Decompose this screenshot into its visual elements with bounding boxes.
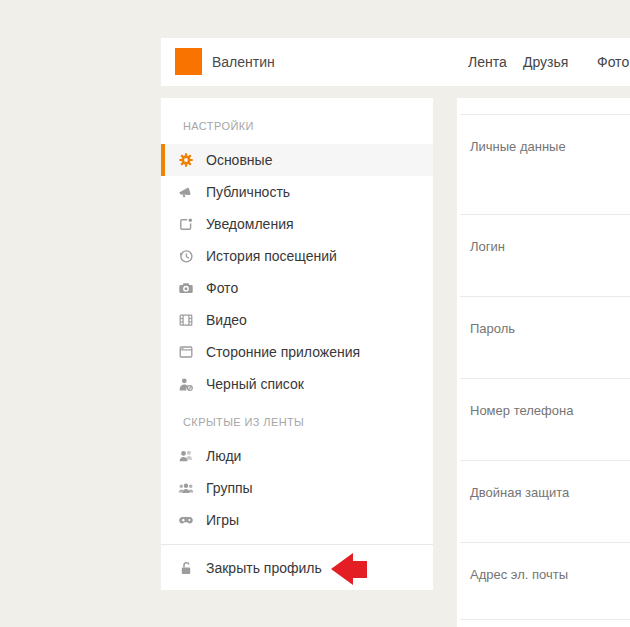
settings-row-phone-number[interactable]: Номер телефона [457, 379, 630, 460]
sidebar-item-label: Группы [206, 480, 253, 496]
sidebar-item-label: Видео [206, 312, 247, 328]
camera-icon [178, 280, 194, 296]
settings-sidebar: НАСТРОЙКИ Основные [161, 98, 433, 590]
sidebar-item-notifications[interactable]: Уведомления [161, 208, 433, 240]
nav-photos[interactable]: Фото [597, 38, 629, 86]
settings-list-panel: Личные данные Логин Пароль Номер телефон… [457, 98, 630, 627]
settings-row-label: Номер телефона [457, 379, 630, 418]
settings-row-two-factor[interactable]: Двойная защита [457, 461, 630, 542]
sidebar-item-label: Фото [206, 280, 238, 296]
settings-row-label: Адрес эл. почты [457, 543, 630, 582]
user-name[interactable]: Валентин [212, 38, 275, 86]
sidebar-item-video[interactable]: Видео [161, 304, 433, 336]
groups-icon [178, 480, 194, 496]
settings-row-label: Пароль [457, 297, 630, 336]
settings-row-label: Логин [457, 215, 630, 254]
sidebar-item-label: Публичность [206, 184, 290, 200]
sidebar-item-groups[interactable]: Группы [161, 472, 433, 504]
sidebar-item-people[interactable]: Люди [161, 440, 433, 472]
gear-icon [178, 152, 194, 168]
nav-feed[interactable]: Лента [468, 38, 507, 86]
section-title-settings: НАСТРОЙКИ [161, 114, 433, 138]
sidebar-item-label: Игры [206, 512, 239, 528]
sidebar-item-label: Закрыть профиль [206, 560, 322, 576]
sidebar-item-photo[interactable]: Фото [161, 272, 433, 304]
sidebar-item-third-party-apps[interactable]: Сторонние приложения [161, 336, 433, 368]
blocked-user-icon [178, 376, 194, 392]
sidebar-item-label: Сторонние приложения [206, 344, 360, 360]
avatar[interactable] [175, 48, 202, 75]
sidebar-footer-divider: Закрыть профиль [161, 544, 433, 590]
megaphone-icon [178, 184, 194, 200]
nav-friends[interactable]: Друзья [523, 38, 568, 86]
annotation-arrow-left-icon [330, 552, 368, 586]
people-icon [178, 448, 194, 464]
settings-page: Валентин Лента Друзья Фото НАСТРОЙКИ [0, 0, 630, 627]
sidebar-item-label: Основные [206, 152, 272, 168]
gamepad-icon [178, 512, 194, 528]
sidebar-item-label: Уведомления [206, 216, 294, 232]
section-title-hidden-from-feed: СКРЫТЫЕ ИЗ ЛЕНТЫ [161, 410, 433, 434]
sidebar-item-blacklist[interactable]: Черный список [161, 368, 433, 400]
settings-row-login[interactable]: Логин [457, 215, 630, 296]
sidebar-item-label: История посещений [206, 248, 337, 264]
film-icon [178, 312, 194, 328]
sidebar-item-visit-history[interactable]: История посещений [161, 240, 433, 272]
app-window-icon [178, 344, 194, 360]
sidebar-item-label: Люди [206, 448, 241, 464]
settings-row-personal-data[interactable]: Личные данные [457, 115, 630, 214]
sidebar-item-close-profile[interactable]: Закрыть профиль [161, 545, 433, 590]
row-divider [460, 619, 630, 620]
sidebar-item-games[interactable]: Игры [161, 504, 433, 536]
sidebar-item-label: Черный список [206, 376, 304, 392]
top-bar: Валентин Лента Друзья Фото [161, 38, 630, 86]
lock-open-icon [178, 560, 194, 576]
sidebar-item-publicity[interactable]: Публичность [161, 176, 433, 208]
history-icon [178, 248, 194, 264]
settings-row-label: Личные данные [457, 115, 630, 154]
sidebar-item-general[interactable]: Основные [161, 144, 433, 176]
settings-row-password[interactable]: Пароль [457, 297, 630, 378]
settings-row-email[interactable]: Адрес эл. почты [457, 543, 630, 619]
notification-icon [178, 216, 194, 232]
settings-row-label: Двойная защита [457, 461, 630, 500]
